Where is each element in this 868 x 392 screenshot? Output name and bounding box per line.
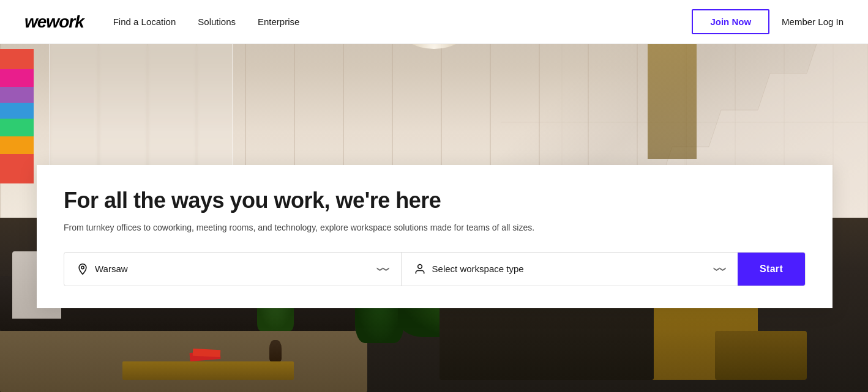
- coffee-table: [122, 361, 294, 380]
- workspace-selector[interactable]: Select workspace type: [402, 253, 738, 286]
- nav-links: Find a Location Solutions Enterprise: [113, 17, 692, 27]
- location-selector[interactable]: Warsaw: [64, 253, 402, 286]
- hero-subtitle: From turnkey offices to coworking, meeti…: [64, 221, 806, 234]
- start-button[interactable]: Start: [738, 253, 805, 286]
- sofa-right: [440, 300, 654, 380]
- person-icon: [414, 263, 426, 275]
- hero-section: For all the ways you work, we're here Fr…: [0, 0, 868, 392]
- book-on-table-2: [193, 349, 221, 357]
- hero-title: For all the ways you work, we're here: [64, 187, 806, 213]
- navbar: wework Find a Location Solutions Enterpr…: [0, 0, 868, 44]
- nav-solutions[interactable]: Solutions: [198, 17, 236, 27]
- join-now-button[interactable]: Join Now: [692, 9, 769, 34]
- logo[interactable]: wework: [24, 12, 84, 32]
- nav-find-location[interactable]: Find a Location: [113, 17, 176, 27]
- vase: [269, 340, 282, 361]
- nav-enterprise[interactable]: Enterprise: [258, 17, 299, 27]
- location-chevron: [378, 265, 389, 272]
- svg-point-4: [417, 264, 422, 268]
- location-value: Warsaw: [95, 264, 372, 274]
- navbar-actions: Join Now Member Log In: [692, 9, 844, 34]
- search-bar: Warsaw Select workspace type Start: [64, 252, 806, 286]
- bookshelf: [648, 37, 697, 159]
- member-login-button[interactable]: Member Log In: [782, 17, 844, 27]
- workspace-chevron: [714, 265, 725, 272]
- svg-point-3: [81, 266, 84, 268]
- location-icon: [77, 263, 89, 275]
- hero-content-card: For all the ways you work, we're here Fr…: [37, 165, 832, 308]
- chair-right-2: [715, 331, 807, 380]
- workspace-placeholder: Select workspace type: [432, 264, 709, 274]
- art-piece: [0, 49, 34, 183]
